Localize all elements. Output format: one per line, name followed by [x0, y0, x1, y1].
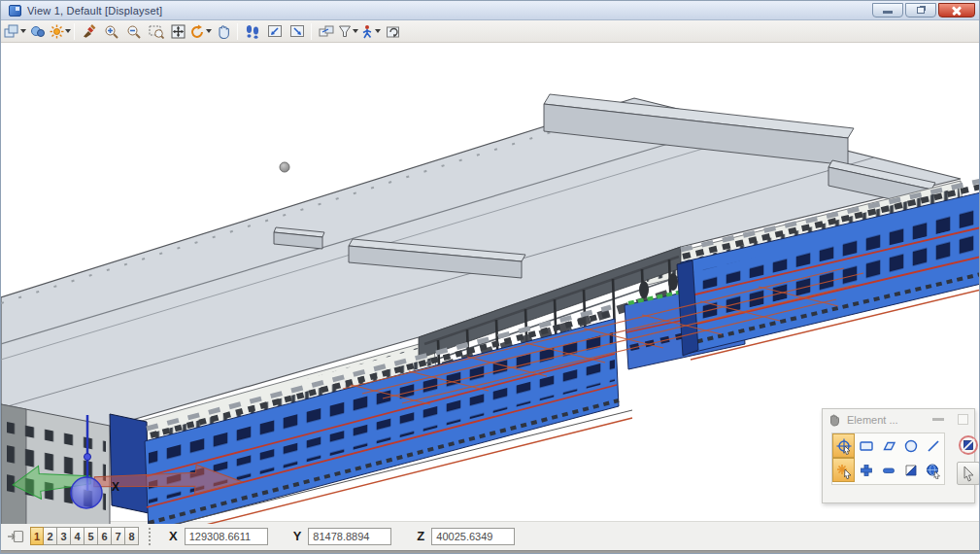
dropdown-arrow-icon: [353, 29, 358, 33]
view-next-button[interactable]: [286, 21, 308, 42]
mode-subtract-button[interactable]: [877, 458, 899, 482]
floating-sphere: [280, 162, 289, 172]
grab-hand-icon: [828, 413, 841, 427]
toolbox-title: Element ...: [847, 414, 927, 426]
update-view-button[interactable]: [78, 21, 100, 42]
change-view-display-button[interactable]: [382, 21, 404, 42]
window-area-icon: [149, 24, 164, 39]
view-toggle-4[interactable]: 4: [71, 527, 84, 545]
toolbox-titlebar[interactable]: Element ...: [823, 409, 974, 430]
circle-icon: [902, 437, 920, 455]
line-icon: [925, 437, 942, 455]
view-toolbar: [1, 20, 979, 43]
adjust-brightness-button[interactable]: [49, 21, 71, 42]
mode-add-button[interactable]: [855, 458, 877, 482]
view-display-mode-button[interactable]: [26, 21, 49, 42]
toolbar-drag-handle[interactable]: [149, 528, 152, 545]
display-mode-icon: [30, 24, 46, 39]
view-toggle-5[interactable]: 5: [84, 527, 98, 545]
z-coordinate-label: Z: [417, 529, 424, 543]
dropdown-arrow-icon: [65, 29, 71, 33]
annex-end-wall: [110, 414, 149, 513]
view-groups-icon[interactable]: [7, 529, 24, 544]
change-view-icon: [386, 24, 401, 39]
dropdown-arrow-icon: [206, 29, 212, 33]
select-line-button[interactable]: [922, 433, 944, 458]
pan-hand-icon: [217, 24, 230, 39]
pan-view-button[interactable]: [212, 21, 234, 42]
view-toggle-8[interactable]: 8: [125, 527, 139, 545]
view-toggle-6[interactable]: 6: [98, 527, 112, 545]
copy-view-icon: [319, 24, 334, 39]
select-block-button[interactable]: [855, 433, 877, 458]
copy-view-button[interactable]: [315, 21, 337, 42]
mode-invert-button[interactable]: [899, 458, 922, 482]
restore-button[interactable]: [905, 3, 936, 17]
smart-select-icon: [835, 462, 853, 479]
parallelogram-icon: [880, 437, 897, 455]
plus-icon: [858, 462, 875, 479]
titlebar: View 1, Default [Displayset]: [1, 1, 979, 20]
view-previous-button[interactable]: [263, 21, 286, 42]
window-title: View 1, Default [Displayset]: [27, 5, 162, 17]
invert-square-icon: [902, 462, 920, 479]
dropdown-arrow-icon: [375, 29, 381, 33]
zoom-out-button[interactable]: [122, 21, 145, 42]
y-coordinate-label: Y: [293, 529, 302, 543]
toolbox-close-button[interactable]: [958, 414, 968, 425]
select-individual-button[interactable]: [832, 433, 855, 458]
smart-method-button[interactable]: [832, 458, 855, 482]
clip-volume-icon: [338, 24, 352, 38]
view-window: View 1, Default [Displayset]: [0, 0, 980, 554]
brightness-sun-icon: [50, 24, 64, 39]
disable-handles-icon: [958, 434, 979, 456]
acs-x-axis-label: X: [112, 480, 119, 494]
app-icon: [9, 5, 21, 17]
update-view-brush-icon: [82, 24, 96, 39]
select-shape-button[interactable]: [877, 433, 899, 458]
crosshair-select-icon: [835, 437, 853, 455]
x-coordinate-label: X: [169, 529, 178, 543]
block-rectangle-icon: [858, 437, 875, 455]
element-selection-toolbox: Element ...: [822, 408, 975, 503]
disable-handles-button[interactable]: [957, 433, 980, 457]
walk-footprints-icon: [245, 24, 260, 39]
view-toggle-3[interactable]: 3: [57, 527, 71, 545]
clip-mask-button[interactable]: [359, 21, 382, 42]
z-coordinate-input[interactable]: [431, 528, 515, 545]
y-coordinate-input[interactable]: [308, 528, 391, 545]
rotate-view-button[interactable]: [189, 21, 212, 42]
close-button[interactable]: [938, 3, 975, 17]
view-previous-icon: [267, 24, 283, 39]
view-next-icon: [289, 24, 305, 39]
view-attributes-icon: [4, 24, 19, 39]
window-area-button[interactable]: [145, 21, 167, 42]
select-circle-button[interactable]: [899, 433, 922, 458]
zoom-out-icon: [126, 24, 141, 39]
selection-tool-grid: [831, 433, 945, 485]
restore-icon: [917, 7, 925, 14]
minus-icon: [880, 462, 897, 479]
toolbar-separator: [237, 23, 238, 40]
globe-icon: [925, 462, 942, 479]
minimize-icon: [883, 11, 893, 14]
cursor-arrow-icon: [960, 465, 977, 482]
mode-select-all-button[interactable]: [922, 458, 944, 482]
clip-volume-button[interactable]: [337, 21, 359, 42]
window-bottom-edge: [1, 550, 979, 554]
x-coordinate-input[interactable]: [185, 528, 268, 545]
minimize-button[interactable]: [872, 3, 903, 17]
rotate-view-icon: [190, 24, 205, 39]
view-toggle-2[interactable]: 2: [44, 527, 57, 545]
fit-view-button[interactable]: [167, 21, 189, 42]
view-attributes-button[interactable]: [4, 21, 26, 42]
toolbox-minimize-button[interactable]: [932, 418, 944, 421]
pointer-button[interactable]: [957, 462, 980, 485]
view-toggle-1[interactable]: 1: [30, 527, 44, 545]
statusbar: 1 2 3 4 5 6 7 8 X Y Z: [1, 521, 979, 550]
toolbar-separator: [311, 23, 312, 40]
zoom-in-button[interactable]: [100, 21, 122, 42]
walk-button[interactable]: [241, 21, 263, 42]
view-toggle-7[interactable]: 7: [112, 527, 125, 545]
toolbar-separator: [74, 23, 75, 40]
